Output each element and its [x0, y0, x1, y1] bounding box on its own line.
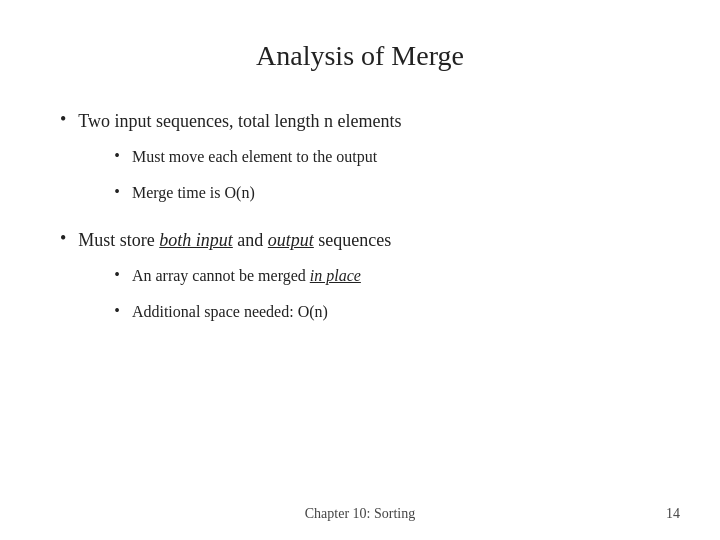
bullet-2-text-before: Must store: [78, 230, 159, 250]
bullet-2-sub-1-before: An array cannot be merged: [132, 267, 310, 284]
bullet-2-text-mid: and: [233, 230, 268, 250]
bullet-1-sub-2-symbol: •: [114, 183, 120, 201]
bullet-1-text: Two input sequences, total length n elem…: [78, 111, 401, 131]
bullet-2-output: output: [268, 230, 314, 250]
bullet-1-subbullets: • Must move each element to the output •…: [114, 145, 401, 205]
bullet-1-sub-2-text: Merge time is O(n): [132, 181, 255, 205]
bullet-2-sub-1-symbol: •: [114, 266, 120, 284]
footer-chapter: Chapter 10: Sorting: [40, 506, 680, 522]
bullet-2-text-after: sequences: [314, 230, 391, 250]
slide-container: Analysis of Merge • Two input sequences,…: [0, 0, 720, 540]
bullet-2-both-input: both input: [159, 230, 233, 250]
bullet-1-sub-1-symbol: •: [114, 147, 120, 165]
bullet-1-sub-2: • Merge time is O(n): [114, 181, 401, 205]
bullet-2-sub-2-text: Additional space needed: O(n): [132, 300, 328, 324]
bullet-2-subbullets: • An array cannot be merged in place • A…: [114, 264, 391, 324]
bullet-2: • Must store both input and output seque…: [60, 227, 660, 336]
content-area: • Two input sequences, total length n el…: [40, 108, 680, 336]
bullet-2-symbol: •: [60, 228, 66, 249]
bullet-2-sub-2: • Additional space needed: O(n): [114, 300, 391, 324]
bullet-1: • Two input sequences, total length n el…: [60, 108, 660, 217]
bullet-2-sub-2-symbol: •: [114, 302, 120, 320]
bullet-2-sub-1: • An array cannot be merged in place: [114, 264, 391, 288]
bullet-1-sub-1: • Must move each element to the output: [114, 145, 401, 169]
bullet-1-sub-1-text: Must move each element to the output: [132, 145, 377, 169]
slide-title: Analysis of Merge: [40, 40, 680, 72]
footer: Chapter 10: Sorting 14: [0, 506, 720, 522]
bullet-1-symbol: •: [60, 109, 66, 130]
bullet-2-sub-1-text: An array cannot be merged in place: [132, 264, 361, 288]
bullet-2-text: Must store both input and output sequenc…: [78, 230, 391, 250]
bullet-2-sub-1-in-place: in place: [310, 267, 361, 284]
footer-page: 14: [666, 506, 680, 522]
